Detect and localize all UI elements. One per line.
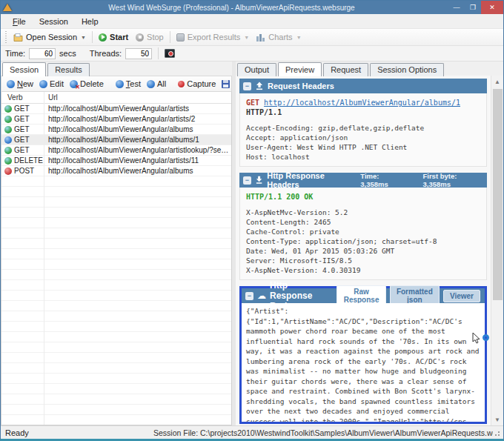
menu-bar: File Session Help bbox=[1, 14, 503, 29]
response-body-header[interactable]: − ☁ Http Response Body Raw Response Form… bbox=[242, 288, 485, 303]
menu-file[interactable]: File bbox=[7, 16, 32, 27]
table-row-empty[interactable] bbox=[1, 332, 231, 342]
menu-session[interactable]: Session bbox=[33, 16, 74, 27]
collapse-icon[interactable]: − bbox=[243, 82, 251, 90]
header-line: X-AspNet-Version: 4.0.30319 bbox=[246, 265, 482, 275]
request-grid: Verb Url GEThttp://localhost/AlbumViewer… bbox=[1, 92, 232, 425]
start-icon bbox=[99, 33, 107, 42]
preview-panel: Output Preview Request Session Options −… bbox=[236, 62, 503, 425]
table-row-empty[interactable] bbox=[1, 176, 231, 187]
table-row-empty[interactable] bbox=[1, 353, 231, 363]
run-parameters-bar: Time: secs Threads: bbox=[1, 46, 503, 62]
menu-help[interactable]: Help bbox=[76, 16, 105, 27]
table-row-empty[interactable] bbox=[1, 415, 231, 425]
stop-label: Stop bbox=[147, 33, 164, 42]
table-row[interactable]: GEThttp://localhost/AlbumViewerAngular/a… bbox=[1, 135, 231, 145]
request-list-toolbar: New Edit Delete Test All Capture Save ✎E… bbox=[1, 76, 232, 92]
table-row-empty[interactable] bbox=[1, 363, 231, 374]
table-row-empty[interactable] bbox=[1, 394, 231, 405]
http-status-line: HTTP/1.1 200 OK bbox=[246, 192, 482, 202]
tab-session-options[interactable]: Session Options bbox=[370, 63, 444, 76]
scroll-up-arrow[interactable]: ▲ bbox=[491, 76, 503, 87]
minimize-button[interactable]: — bbox=[448, 1, 465, 14]
table-row-empty[interactable] bbox=[1, 270, 231, 280]
close-button[interactable]: ✕ bbox=[481, 1, 503, 14]
table-row[interactable]: POSThttp://localhost/AlbumViewerAngular/… bbox=[1, 166, 231, 176]
table-row-empty[interactable] bbox=[1, 249, 231, 259]
delete-label: Delete bbox=[80, 79, 104, 88]
status-bar: Ready Session File: C:\projects2010\West… bbox=[1, 425, 503, 439]
collapse-icon[interactable]: − bbox=[245, 292, 253, 300]
table-row[interactable]: DELETEhttp://localhost/AlbumViewerAngula… bbox=[1, 156, 231, 166]
chevron-down-icon: ▼ bbox=[296, 35, 302, 40]
console-window-icon[interactable] bbox=[165, 49, 175, 58]
open-session-button[interactable]: Open Session ▼ bbox=[10, 31, 90, 43]
all-label: All bbox=[157, 79, 166, 88]
column-header-url[interactable]: Url bbox=[44, 93, 231, 102]
scroll-down-arrow[interactable]: ▼ bbox=[491, 414, 503, 425]
table-row-empty[interactable] bbox=[1, 218, 231, 228]
verb-cell: GET bbox=[14, 136, 44, 144]
request-url-link[interactable]: http://localhost/AlbumViewerAngular/albu… bbox=[264, 99, 460, 107]
start-button[interactable]: Start bbox=[95, 31, 132, 43]
table-row-empty[interactable] bbox=[1, 322, 231, 332]
tab-request[interactable]: Request bbox=[323, 63, 368, 76]
table-row-empty[interactable] bbox=[1, 259, 231, 270]
response-headers-header[interactable]: − Http Response Headers Time: 3,358ms Fi… bbox=[239, 173, 487, 188]
vertical-scrollbar[interactable]: ▲ ▼ bbox=[491, 76, 503, 425]
table-row-empty[interactable] bbox=[1, 301, 231, 311]
header-line: Accept: application/json bbox=[246, 133, 482, 142]
table-row-empty[interactable] bbox=[1, 208, 231, 218]
table-row-empty[interactable] bbox=[1, 187, 231, 197]
first-byte-time: First byte: 3,358ms bbox=[422, 172, 483, 188]
open-session-label: Open Session bbox=[26, 33, 77, 42]
table-row-empty[interactable] bbox=[1, 384, 231, 394]
toolbar-gripper bbox=[4, 31, 7, 43]
collapse-icon[interactable]: − bbox=[243, 176, 251, 185]
table-row[interactable]: GEThttp://localhost/AlbumViewerAngular/a… bbox=[1, 114, 231, 125]
globe-icon bbox=[7, 80, 15, 88]
charts-button[interactable]: Charts ▼ bbox=[253, 31, 305, 43]
table-row-empty[interactable] bbox=[1, 228, 231, 239]
resize-grip[interactable] bbox=[493, 429, 500, 437]
tab-output[interactable]: Output bbox=[237, 63, 276, 76]
test-all-button[interactable]: All bbox=[145, 78, 168, 90]
toolbar-separator bbox=[170, 31, 170, 43]
tab-session[interactable]: Session bbox=[2, 62, 46, 76]
edit-request-button[interactable]: Edit bbox=[37, 78, 66, 90]
new-request-button[interactable]: New bbox=[4, 78, 36, 90]
table-row[interactable]: GEThttp://localhost/AlbumViewerAngular/a… bbox=[1, 104, 231, 114]
table-row[interactable]: GEThttp://localhost/AlbumViewerAngular/a… bbox=[1, 145, 231, 156]
chevron-down-icon: ▼ bbox=[244, 35, 249, 40]
time-label: Time: bbox=[5, 49, 25, 58]
header-line: Content-Type: application/json; charset=… bbox=[246, 236, 482, 246]
tab-results[interactable]: Results bbox=[47, 63, 90, 76]
table-row-empty[interactable] bbox=[1, 342, 231, 353]
table-row-empty[interactable] bbox=[1, 374, 231, 384]
table-row-empty[interactable] bbox=[1, 280, 231, 291]
column-header-verb[interactable]: Verb bbox=[1, 93, 44, 102]
maximize-button[interactable]: ❐ bbox=[465, 1, 481, 14]
table-row[interactable]: GEThttp://localhost/AlbumViewerAngular/a… bbox=[1, 125, 231, 135]
session-file-path: Session File: C:\projects2010\WestwindTo… bbox=[153, 428, 493, 437]
viewer-button[interactable]: Viewer bbox=[443, 290, 480, 302]
tab-preview[interactable]: Preview bbox=[278, 62, 322, 76]
table-row-empty[interactable] bbox=[1, 311, 231, 322]
table-row-empty[interactable] bbox=[1, 239, 231, 249]
stop-button[interactable]: Stop bbox=[132, 31, 168, 43]
table-row-empty[interactable] bbox=[1, 197, 231, 208]
chevron-down-icon: ▼ bbox=[81, 35, 86, 40]
threads-input[interactable] bbox=[125, 48, 152, 59]
request-headers-section: − Request Headers GET http://localhost/A… bbox=[239, 79, 487, 167]
capture-button[interactable]: Capture bbox=[176, 78, 218, 90]
table-row-empty[interactable] bbox=[1, 405, 231, 415]
header-line: Server: Microsoft-IIS/8.5 bbox=[246, 256, 482, 265]
table-row-empty[interactable] bbox=[1, 291, 231, 301]
delete-request-button[interactable]: Delete bbox=[67, 78, 106, 90]
response-body-text[interactable]: {"Artist":{"Id":1,"ArtistName":"AC/DC","… bbox=[242, 303, 485, 422]
export-results-button[interactable]: Export Results ▼ bbox=[173, 31, 253, 43]
request-headers-header[interactable]: − Request Headers bbox=[239, 79, 487, 93]
test-request-button[interactable]: Test bbox=[113, 78, 143, 90]
time-input[interactable] bbox=[29, 48, 56, 59]
scrollbar-thumb[interactable] bbox=[493, 89, 503, 300]
